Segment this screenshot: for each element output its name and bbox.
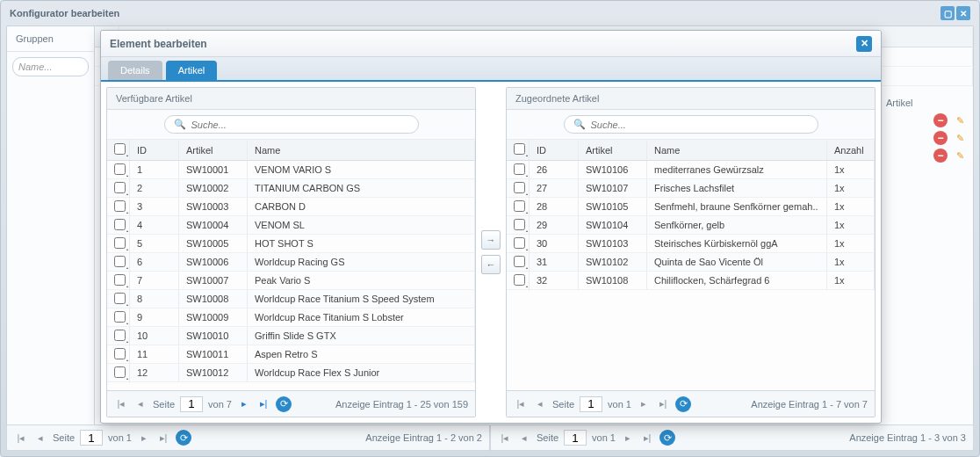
first-page-icon[interactable]: |◂ xyxy=(514,397,528,411)
row-checkbox[interactable] xyxy=(514,182,525,193)
table-row[interactable]: 29 SW10104 Senfkörner, gelb 1x xyxy=(507,216,875,235)
prev-page-icon[interactable]: ◂ xyxy=(517,431,531,445)
available-table-body[interactable]: 1 SW10001 VENOM VARIO S 2 SW10002 TITANI… xyxy=(107,161,475,390)
row-checkbox[interactable] xyxy=(514,219,525,230)
row-checkbox[interactable] xyxy=(114,163,126,175)
first-page-icon[interactable]: |◂ xyxy=(114,397,128,411)
table-row[interactable]: 31 SW10102 Quinta de Sao Vicente Öl 1x xyxy=(507,253,875,272)
assigned-search[interactable]: 🔍 xyxy=(564,115,818,134)
table-row[interactable]: 30 SW10103 Steirisches Kürbiskernöl ggA … xyxy=(507,235,875,253)
page-label: Seite xyxy=(552,399,574,410)
table-row[interactable]: 1 SW10001 VENOM VARIO S xyxy=(107,161,475,179)
next-page-icon[interactable]: ▸ xyxy=(621,431,635,445)
table-row[interactable]: 11 SW10011 Aspen Retro S xyxy=(107,345,475,364)
col-name[interactable]: Name xyxy=(647,141,827,159)
refresh-icon[interactable]: ⟳ xyxy=(659,430,675,446)
cell-id: 2 xyxy=(130,179,179,197)
next-page-icon[interactable]: ▸ xyxy=(637,397,651,411)
table-row[interactable]: 4 SW10004 VENOM SL xyxy=(107,216,475,235)
assigned-select-all[interactable] xyxy=(514,143,525,155)
modal-close-button[interactable]: ✕ xyxy=(856,36,872,52)
row-checkbox[interactable] xyxy=(114,200,126,212)
table-row[interactable]: 27 SW10107 Frisches Lachsfilet 1x xyxy=(507,179,875,198)
table-row[interactable]: 32 SW10108 Chiliflocken, Schärfegrad 6 1… xyxy=(507,272,875,290)
col-anzahl[interactable]: Anzahl xyxy=(827,141,875,159)
delete-icon[interactable]: − xyxy=(933,149,948,163)
group-name-input[interactable]: Name... xyxy=(12,57,89,76)
last-page-icon[interactable]: ▸| xyxy=(656,397,670,411)
table-row[interactable]: 10 SW10010 Griffin Slide S GTX xyxy=(107,327,475,345)
row-checkbox[interactable] xyxy=(114,256,126,267)
cell-artikel: SW10001 xyxy=(179,161,248,178)
tab-details[interactable]: Details xyxy=(108,61,162,80)
cell-name: Worldcup Race Titanium S Lobster xyxy=(248,308,475,326)
search-icon: 🔍 xyxy=(573,119,586,130)
table-row[interactable]: 6 SW10006 Worldcup Racing GS xyxy=(107,253,475,272)
prev-page-icon[interactable]: ◂ xyxy=(533,397,547,411)
last-page-icon[interactable]: ▸| xyxy=(156,431,170,445)
row-checkbox[interactable] xyxy=(514,274,525,286)
table-row[interactable]: 9 SW10009 Worldcup Race Titanium S Lobst… xyxy=(107,308,475,327)
assigned-search-input[interactable] xyxy=(591,120,809,130)
table-row[interactable]: 7 SW10007 Peak Vario S xyxy=(107,272,475,290)
table-row[interactable]: 26 SW10106 mediterranes Gewürzsalz 1x xyxy=(507,161,875,179)
last-page-icon[interactable]: ▸| xyxy=(640,431,654,445)
col-id[interactable]: ID xyxy=(130,141,179,159)
page-input[interactable] xyxy=(580,396,602,412)
prev-page-icon[interactable]: ◂ xyxy=(33,431,47,445)
assigned-table-body[interactable]: 26 SW10106 mediterranes Gewürzsalz 1x 27… xyxy=(507,161,875,390)
row-checkbox[interactable] xyxy=(514,200,525,212)
col-name[interactable]: Name xyxy=(248,141,475,159)
cell-artikel: SW10104 xyxy=(579,216,647,234)
next-page-icon[interactable]: ▸ xyxy=(137,431,151,445)
first-page-icon[interactable]: |◂ xyxy=(498,431,512,445)
delete-icon[interactable]: − xyxy=(933,113,948,127)
table-row[interactable]: 28 SW10105 Senfmehl, braune Senfkörner g… xyxy=(507,198,875,216)
edit-icon[interactable]: ✎ xyxy=(953,131,967,145)
row-checkbox[interactable] xyxy=(114,348,126,359)
available-select-all[interactable] xyxy=(114,143,126,155)
table-row[interactable]: 12 SW10012 Worldcup Race Flex S Junior xyxy=(107,364,475,382)
available-search-input[interactable] xyxy=(191,120,409,130)
col-id[interactable]: ID xyxy=(530,141,579,159)
refresh-icon[interactable]: ⟳ xyxy=(276,396,292,412)
page-input[interactable] xyxy=(564,430,587,446)
move-right-button[interactable]: → xyxy=(481,230,501,250)
row-checkbox[interactable] xyxy=(114,219,126,230)
row-checkbox[interactable] xyxy=(514,237,525,249)
modal-body: Verfügbare Artikel 🔍 ID Artikel Name 1 S… xyxy=(101,82,881,423)
refresh-icon[interactable]: ⟳ xyxy=(176,430,191,446)
move-left-button[interactable]: ← xyxy=(481,255,501,274)
cell-artikel: SW10002 xyxy=(179,179,248,197)
refresh-icon[interactable]: ⟳ xyxy=(675,396,691,412)
next-page-icon[interactable]: ▸ xyxy=(237,397,251,411)
edit-icon[interactable]: ✎ xyxy=(953,149,967,163)
table-row[interactable]: 2 SW10002 TITANIUM CARBON GS xyxy=(107,179,475,198)
first-page-icon[interactable]: |◂ xyxy=(14,431,28,445)
row-checkbox[interactable] xyxy=(114,182,126,193)
row-checkbox[interactable] xyxy=(114,274,126,286)
edit-icon[interactable]: ✎ xyxy=(953,113,967,127)
last-page-icon[interactable]: ▸| xyxy=(256,397,270,411)
row-checkbox[interactable] xyxy=(514,256,525,267)
close-button[interactable]: ✕ xyxy=(956,6,970,20)
row-checkbox[interactable] xyxy=(114,293,126,304)
col-artikel[interactable]: Artikel xyxy=(579,141,647,159)
delete-icon[interactable]: − xyxy=(933,131,948,145)
row-checkbox[interactable] xyxy=(114,366,126,378)
table-row[interactable]: 3 SW10003 CARBON D xyxy=(107,198,475,216)
row-checkbox[interactable] xyxy=(514,163,525,175)
page-input[interactable] xyxy=(80,430,103,446)
page-input[interactable] xyxy=(180,396,203,412)
col-artikel[interactable]: Artikel xyxy=(179,141,248,159)
minimize-button[interactable]: ▢ xyxy=(940,6,955,20)
row-checkbox[interactable] xyxy=(114,330,126,341)
prev-page-icon[interactable]: ◂ xyxy=(133,397,148,411)
row-checkbox[interactable] xyxy=(114,311,126,323)
bg-artikel-header[interactable]: Artikel xyxy=(886,98,967,108)
table-row[interactable]: 5 SW10005 HOT SHOT S xyxy=(107,235,475,253)
available-search[interactable]: 🔍 xyxy=(164,115,419,134)
tab-artikel[interactable]: Artikel xyxy=(166,61,218,80)
table-row[interactable]: 8 SW10008 Worldcup Race Titanium S Speed… xyxy=(107,290,475,308)
row-checkbox[interactable] xyxy=(114,237,126,249)
